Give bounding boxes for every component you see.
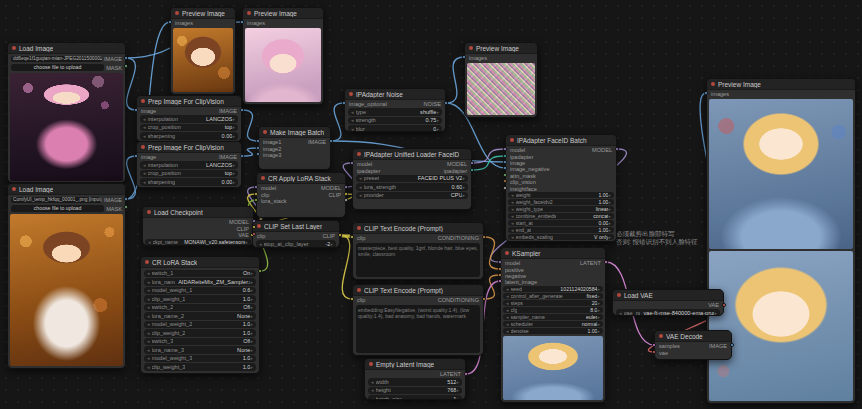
widget-denoise[interactable]: ◂denoise1.00▸ — [503, 328, 603, 334]
widget-combine_embeds[interactable]: ◂combine_embedsconcat▸ — [508, 213, 614, 219]
widget-sharpening[interactable]: ◂sharpening0.00▸ — [140, 132, 238, 140]
widget-steps[interactable]: ◂steps20▸ — [503, 300, 603, 306]
decrement-arrow-icon[interactable]: ◂ — [511, 199, 514, 205]
collapse-toggle-icon[interactable] — [659, 334, 663, 338]
increment-arrow-icon[interactable]: ▸ — [330, 241, 333, 247]
increment-arrow-icon[interactable]: ▸ — [436, 117, 439, 123]
increment-arrow-icon[interactable]: ▸ — [456, 387, 459, 393]
widget-model_weight_2[interactable]: ◂model_weight_21.0▸ — [144, 321, 256, 329]
increment-arrow-icon[interactable]: ▸ — [608, 220, 611, 226]
node-header[interactable]: Load VAE — [613, 290, 723, 301]
decrement-arrow-icon[interactable]: ◂ — [147, 330, 150, 336]
node-header[interactable]: CLIP Text Encode (Prompt) — [353, 223, 483, 234]
decrement-arrow-icon[interactable]: ◂ — [506, 286, 509, 292]
increment-arrow-icon[interactable]: ▸ — [250, 279, 253, 285]
widget-weight_faceidv2[interactable]: ◂weight_faceidv21.00▸ — [508, 199, 614, 205]
increment-arrow-icon[interactable]: ▸ — [232, 133, 235, 139]
port-dot[interactable] — [464, 372, 468, 376]
collapse-toggle-icon[interactable] — [175, 11, 179, 15]
increment-arrow-icon[interactable]: ▸ — [250, 355, 253, 361]
decrement-arrow-icon[interactable]: ◂ — [359, 184, 362, 190]
increment-arrow-icon[interactable]: ▸ — [608, 192, 611, 198]
port-dot[interactable] — [329, 139, 333, 143]
increment-arrow-icon[interactable]: ▸ — [597, 328, 600, 334]
collapse-toggle-icon[interactable] — [357, 226, 361, 230]
port-dot[interactable] — [254, 192, 258, 196]
node-header[interactable]: Load Checkpoint — [143, 207, 253, 218]
decrement-arrow-icon[interactable]: ◂ — [147, 279, 150, 285]
widget-clip_weight_3[interactable]: ◂clip_weight_31.0▸ — [144, 363, 256, 371]
node-header[interactable]: Prep Image For ClipVision — [137, 142, 241, 153]
decrement-arrow-icon[interactable]: ◂ — [511, 220, 514, 226]
port-dot[interactable] — [498, 260, 502, 264]
decrement-arrow-icon[interactable]: ◂ — [511, 227, 514, 233]
port-dot[interactable] — [604, 260, 608, 264]
decrement-arrow-icon[interactable]: ◂ — [143, 116, 146, 122]
node-header[interactable]: IPAdapter Noise — [345, 89, 445, 100]
widget-model_weight_3[interactable]: ◂model_weight_31.0▸ — [144, 355, 256, 363]
widget-preset[interactable]: ◂presetFACEID PLUS V2▸ — [356, 175, 468, 183]
decrement-arrow-icon[interactable]: ◂ — [147, 355, 150, 361]
decrement-arrow-icon[interactable]: ◂ — [619, 310, 622, 315]
increment-arrow-icon[interactable]: ▸ — [250, 347, 253, 353]
collapse-toggle-icon[interactable] — [247, 11, 251, 15]
node-make-image-batch[interactable]: Make Image Batchimage1IMAGEimage2image3 — [258, 126, 331, 170]
port-dot[interactable] — [240, 154, 244, 158]
decrement-arrow-icon[interactable]: ◂ — [371, 387, 374, 393]
port-dot[interactable] — [256, 152, 260, 156]
widget-batch_size[interactable]: ◂batch_size1▸ — [368, 395, 462, 399]
increment-arrow-icon[interactable]: ▸ — [245, 239, 248, 245]
node-prep-image-1[interactable]: Prep Image For ClipVisionimageIMAGE◂inte… — [136, 95, 242, 142]
increment-arrow-icon[interactable]: ▸ — [250, 287, 253, 293]
increment-arrow-icon[interactable]: ▸ — [436, 126, 439, 131]
increment-arrow-icon[interactable]: ▸ — [597, 314, 600, 320]
node-header[interactable]: KSampler — [501, 248, 605, 259]
port-dot[interactable] — [498, 279, 502, 283]
decrement-arrow-icon[interactable]: ◂ — [143, 133, 146, 139]
collapse-toggle-icon[interactable] — [469, 46, 473, 50]
port-dot[interactable] — [503, 147, 507, 151]
widget-sampler_name[interactable]: ◂sampler_nameeuler▸ — [503, 314, 603, 320]
increment-arrow-icon[interactable]: ▸ — [597, 307, 600, 313]
widget-provider[interactable]: ◂providerCPU▸ — [356, 192, 468, 200]
port-dot[interactable] — [124, 56, 128, 60]
decrement-arrow-icon[interactable]: ◂ — [506, 307, 509, 313]
port-dot[interactable] — [256, 146, 260, 150]
increment-arrow-icon[interactable]: ▸ — [597, 300, 600, 306]
decrement-arrow-icon[interactable]: ◂ — [147, 270, 150, 276]
port-dot[interactable] — [462, 55, 466, 59]
port-dot[interactable] — [615, 147, 619, 151]
increment-arrow-icon[interactable]: ▸ — [250, 338, 253, 344]
port-dot[interactable] — [134, 108, 138, 112]
decrement-arrow-icon[interactable]: ◂ — [143, 162, 146, 168]
port-dot[interactable] — [252, 225, 256, 229]
collapse-toggle-icon[interactable] — [257, 224, 261, 228]
widget-switch_3[interactable]: ◂switch_3Off▸ — [144, 338, 256, 346]
port-dot[interactable] — [344, 192, 348, 196]
decrement-arrow-icon[interactable]: ◂ — [147, 287, 150, 293]
node-clip-text-encode-negative[interactable]: CLIP Text Encode (Prompt)clipCONDITIONIN… — [352, 284, 484, 356]
widget-width[interactable]: ◂width512▸ — [368, 378, 462, 386]
port-dot[interactable] — [444, 101, 448, 105]
node-clip-text-encode-positive[interactable]: CLIP Text Encode (Prompt)clipCONDITIONIN… — [352, 222, 484, 280]
port-dot[interactable] — [652, 343, 656, 347]
node-header[interactable]: VAE Decode — [655, 331, 731, 342]
widget-start_at[interactable]: ◂start_at0.00▸ — [508, 220, 614, 226]
increment-arrow-icon[interactable]: ▸ — [250, 296, 253, 302]
node-ipadapter-faceid-batch[interactable]: IPAdapter FaceID BatchmodelMODELipadapte… — [505, 134, 617, 242]
collapse-toggle-icon[interactable] — [711, 82, 715, 86]
decrement-arrow-icon[interactable]: ◂ — [371, 396, 374, 399]
decrement-arrow-icon[interactable]: ◂ — [506, 314, 509, 320]
decrement-arrow-icon[interactable]: ◂ — [147, 338, 150, 344]
increment-arrow-icon[interactable]: ▸ — [456, 379, 459, 385]
port-dot[interactable] — [470, 161, 474, 165]
collapse-toggle-icon[interactable] — [357, 288, 361, 292]
decrement-arrow-icon[interactable]: ◂ — [147, 296, 150, 302]
node-graph-canvas[interactable]: 必须裁剪出脸部特写 否则: 报错识别不到人脸特征 Load Imagedd6eq… — [0, 0, 862, 409]
port-dot[interactable] — [470, 168, 474, 172]
node-vae-decode[interactable]: VAE DecodesamplesIMAGEvae — [654, 330, 732, 360]
increment-arrow-icon[interactable]: ▸ — [608, 213, 611, 219]
prompt-textarea[interactable]: embedding:EasyNegative, (worst quality:1… — [356, 305, 480, 353]
increment-arrow-icon[interactable]: ▸ — [608, 234, 611, 240]
collapse-toggle-icon[interactable] — [147, 210, 151, 214]
